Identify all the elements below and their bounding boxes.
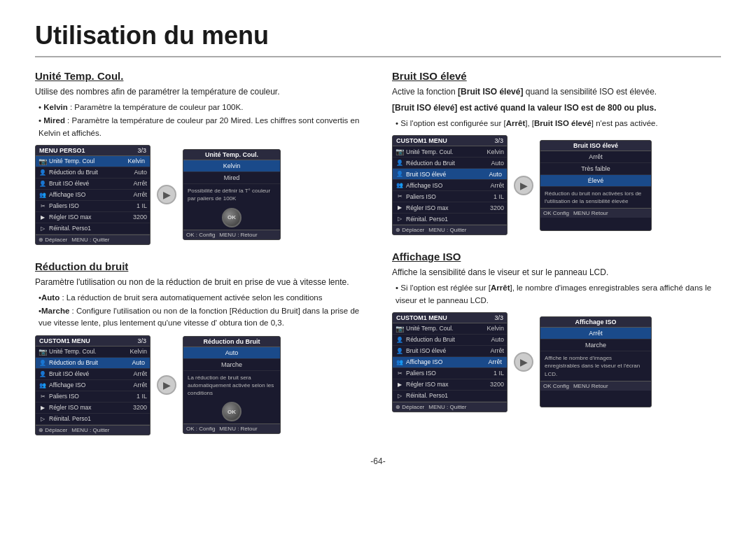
person1-icon: 👤 — [396, 170, 404, 178]
opt-item-eleve: Élevé — [540, 175, 651, 187]
nav-circle-ai: ▶ — [514, 352, 533, 372]
ok-label-rb: OK — [227, 409, 236, 415]
cam-page-num-bruit-iso-1: 3/3 — [494, 137, 503, 144]
cam-item-rb-4: ✂ Paliers ISO 1 IL — [36, 391, 150, 402]
bullet-item-bruit-iso: • Si l'option est configurée sur [Arrêt]… — [396, 118, 721, 130]
screen-row-unite-temp: MENU PERSO1 3/3 📷 Unité Temp. Coul Kelvi… — [35, 145, 364, 245]
arrow-container-rb: ▶ — [156, 375, 177, 395]
opt-desc-bi: Réduction du bruit non activées lors de … — [540, 187, 651, 208]
camera-icon: 📷 — [38, 157, 47, 165]
cam-item-value: 1 IL — [493, 370, 504, 377]
cam-screen-unite-temp-1: MENU PERSO1 3/3 📷 Unité Temp. Coul Kelvi… — [35, 145, 150, 245]
person2-icon: 👥 — [38, 190, 47, 199]
opt-header-unite-temp-2: Unité Temp. Coul. — [183, 150, 280, 160]
cam-item-ai-0: 📷 Unité Temp. Coul. Kelvin — [393, 323, 507, 335]
person1-icon: 👤 — [38, 179, 47, 188]
cam-item-label: Régler ISO max — [49, 404, 91, 411]
cam-item-label: Paliers ISO — [406, 370, 436, 377]
ok-button-circle-rb[interactable]: OK — [222, 402, 241, 421]
cam-footer-menu: MENU : Quitter — [428, 227, 466, 233]
opt-screen-rb-2: Réduction du Bruit Auto Marche La réduct… — [183, 336, 281, 435]
cam-item-value: 1 IL — [136, 202, 147, 209]
cam-screen-affichage-iso-1: CUSTOM1 MENU 3/3 📷 Unité Temp. Coul. Kel… — [392, 312, 507, 412]
cam-item-label: Affichage ISO — [49, 191, 85, 198]
section-desc-affichage-iso: Affiche la sensibilité dans le viseur et… — [392, 266, 721, 279]
cam-item-value: Auto — [491, 336, 504, 343]
bullet-text-auto: La réduction de bruit sera automatiqueme… — [66, 293, 323, 302]
cam-item-label: Bruit ISO élevé — [406, 171, 446, 178]
cam-item-label: Réinital. Perso1 — [406, 216, 448, 223]
opt-header-bi-2: Bruit ISO élevé — [540, 141, 651, 151]
cam-header-bruit-iso-1: CUSTOM1 MENU 3/3 — [393, 136, 507, 146]
page-title: Utilisation du menu — [35, 21, 721, 57]
screen-row-affichage-iso: CUSTOM1 MENU 3/3 📷 Unité Temp. Coul. Kel… — [392, 312, 721, 412]
nav-circle-bi: ▶ — [514, 176, 533, 195]
cam-item-ai-4: ✂ Paliers ISO 1 IL — [393, 368, 507, 379]
play-icon: ▷ — [396, 215, 404, 223]
cam-item-label: Bruit ISO élevé — [406, 347, 446, 354]
cam-page-num-affichage-iso-1: 3/3 — [494, 314, 503, 321]
ok-button-circle[interactable]: OK — [222, 208, 241, 227]
cam-header-reduction-bruit-1: CUSTOM1 MENU 3/3 — [36, 336, 150, 346]
person1-icon: 👤 — [38, 370, 47, 378]
cam-item-label: Paliers ISO — [49, 393, 79, 400]
person1-icon: 👤 — [38, 358, 47, 367]
cam-footer-rb-1: ⊕ Déplacer MENU : Quitter — [36, 425, 150, 435]
nav-circle-rb: ▶ — [157, 375, 176, 395]
arrow-container-bi: ▶ — [513, 176, 534, 195]
arrow-icon: ▶ — [38, 403, 47, 412]
cam-item-unite-temp-1-6: ▷ Réinital. Perso1 — [36, 223, 150, 234]
bold-bruit-iso-3: Bruit ISO élevé — [534, 119, 592, 127]
scissors-icon: ✂ — [396, 192, 404, 201]
cam-item-bi-6: ▷ Réinital. Perso1 — [393, 214, 507, 225]
cam-item-label: Réinital. Perso1 — [49, 415, 91, 422]
opt-item-auto: Auto — [183, 347, 280, 359]
cam-item-value: Kelvin — [130, 348, 147, 355]
section-desc-bruit-iso-2: [Bruit ISO élevé] est activé quand la va… — [392, 102, 721, 114]
cam-page-num-reduction-bruit-1: 3/3 — [137, 337, 146, 344]
bullet-item-marche: •Marche : Configure l'utilisation ou non… — [38, 305, 364, 330]
screen-row-reduction-bruit: CUSTOM1 MENU 3/3 📷 Unité Temp. Coul. Kel… — [35, 335, 364, 435]
section-title-reduction-bruit: Réduction du bruit — [35, 260, 364, 272]
person2-icon: 👥 — [396, 181, 404, 190]
cam-item-unite-temp-1-1: 👤 Réduction du Bruit Auto — [36, 167, 150, 178]
cam-item-label: Réduction du Bruit — [49, 169, 98, 176]
opt-header-rb-2: Réduction du Bruit — [183, 337, 280, 347]
screen-row-bruit-iso: CUSTOM1 MENU 3/3 📷 Unité Temp. Coul. Kel… — [392, 135, 721, 235]
cam-footer-nav: ⊕ Déplacer — [396, 227, 424, 233]
scissors-icon: ✂ — [38, 392, 47, 400]
opt-desc-rb: La réduction de bruit sera automatiqueme… — [183, 371, 280, 400]
cam-item-label: Paliers ISO — [49, 202, 79, 209]
cam-item-value: Arrêt — [133, 370, 147, 377]
cam-item-value: Kelvin — [486, 148, 504, 155]
opt-desc-unite-temp: Possibilité de définir la T° couleur par… — [183, 184, 280, 205]
opt-item-marche-ai: Marche — [540, 340, 651, 351]
bullet-list-reduction-bruit: •Auto : La réduction de bruit sera autom… — [38, 292, 364, 330]
content-grid: Unité Temp. Coul. Utilise des nombres af… — [35, 70, 721, 451]
person1-icon: 👤 — [38, 168, 47, 176]
opt-item-arret-ai: Arrêt — [540, 328, 651, 340]
cam-item-value: Arrêt — [133, 180, 147, 187]
cam-item-ai-2: 👤 Bruit ISO élevé Arrêt — [393, 346, 507, 357]
cam-footer-nav: ⊕ Déplacer — [38, 237, 67, 243]
cam-item-label: Réduction du Bruit — [406, 336, 455, 343]
cam-item-label: Réduction du Bruit — [406, 160, 455, 167]
opt-footer-config-bi: OK Config — [543, 210, 569, 216]
bullet-text-mired: Paramètre la température de couleur par … — [38, 116, 359, 136]
cam-page-num-unite-temp-1: 3/3 — [137, 147, 146, 154]
opt-footer-config: OK : Config — [186, 232, 215, 238]
bold-bruit-iso-1: [Bruit ISO élevé] — [458, 87, 523, 97]
cam-item-label: Régler ISO max — [49, 214, 91, 220]
arrow-container-ai: ▶ — [513, 352, 534, 372]
cam-item-bi-4: ✂ Paliers ISO 1 IL — [393, 191, 507, 202]
play-icon: ▷ — [38, 414, 47, 423]
opt-header-ai-2: Affichage ISO — [540, 317, 651, 328]
cam-item-unite-temp-1-0: 📷 Unité Temp. Coul Kelvin — [36, 156, 150, 167]
cam-item-bi-1: 👤 Réduction du Bruit Auto — [393, 158, 507, 169]
cam-item-value: Arrêt — [133, 191, 147, 198]
person1-icon: 👤 — [396, 159, 404, 167]
left-column: Unité Temp. Coul. Utilise des nombres af… — [35, 70, 364, 451]
cam-item-value: 3200 — [490, 204, 504, 211]
cam-item-label: Paliers ISO — [406, 193, 436, 200]
page-container: Utilisation du menu Unité Temp. Coul. Ut… — [0, 0, 756, 480]
